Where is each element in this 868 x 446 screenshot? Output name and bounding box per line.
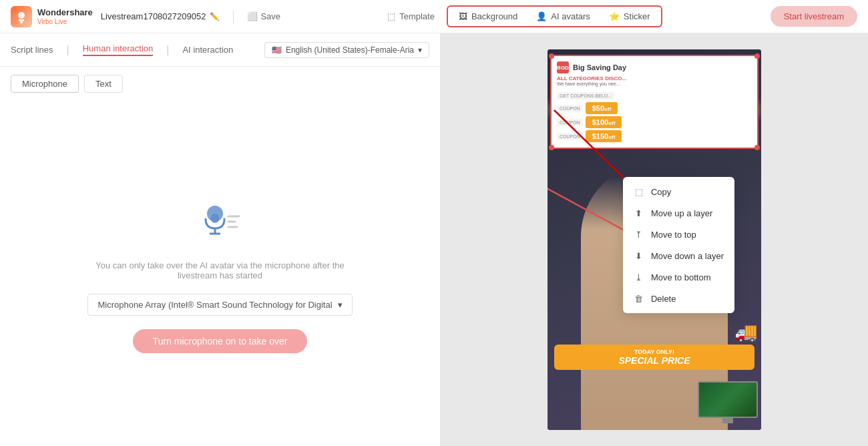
sticker-icon: ⭐ bbox=[609, 11, 620, 21]
chevron-down-icon: ▾ bbox=[418, 45, 422, 55]
move-top-icon: ⤒ bbox=[634, 229, 644, 240]
save-button[interactable]: ⬜ Save bbox=[247, 11, 280, 21]
sticker-button[interactable]: ⭐ Sticker bbox=[600, 8, 660, 25]
template-icon: ⬚ bbox=[387, 11, 395, 21]
context-menu: ⬚ Copy ⬆ Move up a layer ⤒ Move to top ⬇… bbox=[623, 177, 734, 313]
microphone-icon bbox=[194, 194, 247, 247]
tab-ai-interaction[interactable]: AI interaction bbox=[182, 45, 233, 55]
corner-handle-br bbox=[754, 145, 760, 150]
delete-icon: 🗑 bbox=[634, 293, 644, 304]
context-menu-delete[interactable]: 🗑 Delete bbox=[623, 288, 734, 309]
header-tools-group: 🖼 Background 👤 AI avatars ⭐ Sticker bbox=[447, 5, 662, 27]
divider bbox=[233, 10, 234, 23]
chevron-down-icon: ▾ bbox=[338, 300, 343, 310]
right-panel: BGD Big Saving Day ALL CATEGORIES DISCO.… bbox=[441, 33, 868, 446]
sticker-logo: BGD bbox=[557, 61, 569, 73]
copy-icon: ⬚ bbox=[634, 186, 644, 197]
corner-handle-tl bbox=[549, 53, 554, 59]
svg-rect-5 bbox=[211, 214, 219, 223]
ai-avatars-icon: 👤 bbox=[536, 11, 547, 21]
coupon-row-3: COUPON $150off bbox=[557, 130, 752, 142]
sticker-cta: GET COUPONS BELO... bbox=[557, 92, 614, 99]
main-layout: Script lines | Human interaction | AI in… bbox=[0, 33, 868, 446]
special-price-banner: TODAY ONLY! SPECIAL PRICE bbox=[554, 345, 754, 370]
move-down-icon: ⬇ bbox=[634, 250, 644, 261]
microphone-selector[interactable]: Microphone Array (Intel® Smart Sound Tec… bbox=[87, 294, 352, 316]
logo-area: Wondershare Virbo Live bbox=[11, 6, 93, 27]
script-lines-label: Script lines bbox=[11, 45, 53, 55]
tab-human-interaction[interactable]: Human interaction bbox=[83, 43, 154, 56]
mic-hint-text: You can only take over the AI avatar via… bbox=[87, 260, 354, 280]
move-up-icon: ⬆ bbox=[634, 208, 644, 218]
tv-area bbox=[698, 381, 758, 423]
sticker-red-text: ALL CATEGORIES DISCO... bbox=[557, 75, 752, 81]
coupon-row-2: COUPON $100off bbox=[557, 116, 752, 128]
context-menu-move-top[interactable]: ⤒ Move to top bbox=[623, 224, 734, 245]
header: Wondershare Virbo Live Livestream1708027… bbox=[0, 0, 868, 33]
left-panel: Script lines | Human interaction | AI in… bbox=[0, 33, 441, 446]
mic-icon-area bbox=[194, 194, 247, 247]
start-livestream-button[interactable]: Start livestream bbox=[771, 6, 857, 27]
sticker-card[interactable]: BGD Big Saving Day ALL CATEGORIES DISCO.… bbox=[550, 55, 758, 149]
truck-icon: 🚚 bbox=[734, 321, 758, 343]
template-button[interactable]: ⬚ Template bbox=[378, 7, 444, 25]
context-menu-move-down[interactable]: ⬇ Move down a layer bbox=[623, 245, 734, 266]
microphone-content: You can only take over the AI avatar via… bbox=[0, 101, 440, 446]
script-tabs: Script lines | Human interaction | AI in… bbox=[0, 33, 440, 67]
background-icon: 🖼 bbox=[459, 11, 467, 21]
svg-rect-3 bbox=[20, 21, 23, 23]
context-menu-move-bottom[interactable]: ⤓ Move to bottom bbox=[623, 266, 734, 288]
app-name-line1: Wondershare bbox=[37, 7, 93, 18]
svg-point-1 bbox=[18, 12, 25, 19]
background-button[interactable]: 🖼 Background bbox=[449, 8, 527, 25]
header-center: ⬚ Template 🖼 Background 👤 AI avatars ⭐ S… bbox=[288, 5, 752, 27]
text-tab[interactable]: Text bbox=[84, 75, 123, 93]
sub-tabs: Microphone Text bbox=[0, 67, 440, 101]
sticker-title: Big Saving Day bbox=[573, 63, 626, 71]
corner-handle-bl bbox=[549, 145, 554, 150]
coupon-list: COUPON $50off COUPON $100off COUPON $150… bbox=[557, 102, 752, 142]
context-menu-copy[interactable]: ⬚ Copy bbox=[623, 181, 734, 202]
stream-name: Livestream1708027209052 ✏️ bbox=[101, 11, 220, 21]
sticker-sub-text: We have everything you nee... bbox=[557, 81, 752, 86]
coupon-row-1: COUPON $50off bbox=[557, 102, 752, 114]
corner-handle-tr bbox=[754, 53, 760, 59]
ai-avatars-button[interactable]: 👤 AI avatars bbox=[527, 8, 600, 25]
microphone-tab[interactable]: Microphone bbox=[11, 75, 79, 93]
move-bottom-icon: ⤓ bbox=[634, 272, 644, 282]
save-icon: ⬜ bbox=[247, 11, 258, 21]
svg-rect-2 bbox=[19, 19, 24, 21]
edit-icon[interactable]: ✏️ bbox=[210, 12, 220, 21]
logo-icon bbox=[11, 6, 32, 27]
mic-toggle-button[interactable]: Turn microphone on to take over bbox=[133, 329, 308, 353]
language-selector[interactable]: 🇺🇸 English (United States)-Female-Aria ▾ bbox=[264, 42, 429, 58]
context-menu-move-up[interactable]: ⬆ Move up a layer bbox=[623, 202, 734, 224]
app-name-line2: Virbo Live bbox=[37, 18, 93, 25]
